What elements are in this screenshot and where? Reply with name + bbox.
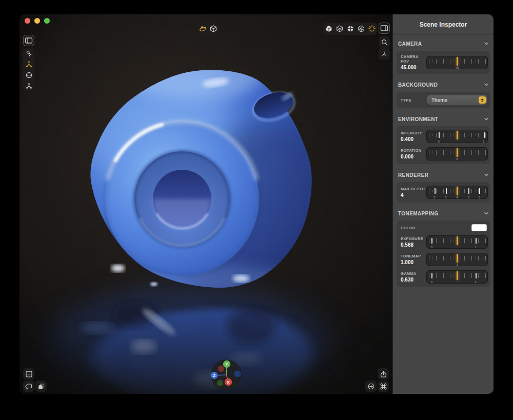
material-mode-button[interactable]: [356, 23, 366, 35]
render-sparkle-icon: [368, 25, 376, 33]
axis-nodes-icon: [25, 82, 33, 90]
chevron-down-icon: [484, 211, 489, 216]
rotation-slider[interactable]: 0: [426, 147, 488, 161]
zoom-tool-button[interactable]: [379, 36, 390, 48]
exposure-slider[interactable]: 01: [426, 235, 488, 249]
cube-wireframe-icon: [336, 25, 344, 33]
gizmo-x-axis[interactable]: X: [225, 378, 232, 386]
inspector-titlebar: Scene Inspector: [393, 14, 494, 35]
section-renderer[interactable]: RENDERER: [398, 171, 489, 179]
section-camera[interactable]: CAMERA: [398, 39, 489, 48]
orbit-icon: [199, 25, 207, 33]
comment-button[interactable]: [23, 381, 34, 392]
cube-icon: [209, 25, 218, 33]
orientation-gizmo[interactable]: Y Z X: [210, 359, 242, 391]
section-background[interactable]: BACKGROUND: [398, 81, 489, 89]
globe-tool-button[interactable]: [23, 70, 34, 81]
toggle-left-sidebar-button[interactable]: [23, 35, 34, 46]
axis-widget-button[interactable]: [379, 48, 390, 59]
share-button[interactable]: [378, 368, 389, 379]
grid-toggle-button[interactable]: [23, 368, 34, 379]
svg-text:Y: Y: [225, 362, 228, 367]
plus-circle-icon: [367, 383, 375, 390]
background-type-select[interactable]: Theme: [427, 95, 487, 105]
select-pointer-icon: [25, 50, 33, 57]
scene-inspector-panel: Scene Inspector CAMERA CAMERA FOV 45.000…: [392, 14, 494, 394]
chevron-down-icon: [484, 172, 489, 177]
gizmo-z-axis[interactable]: Z: [211, 372, 218, 379]
camera-fov-slider[interactable]: 45: [426, 56, 488, 69]
renderer-card: MAX DEPTH 4 23564: [397, 182, 490, 203]
move-tool-button[interactable]: [23, 59, 34, 70]
share-icon: [380, 370, 387, 378]
sidebar-left-icon: [25, 36, 33, 45]
camera-mode-group: [197, 23, 219, 35]
app-window: Y Z X: [19, 14, 494, 394]
color-swatch[interactable]: [471, 224, 487, 231]
camera-card: CAMERA FOV 45.000 45: [397, 51, 490, 74]
environment-card: INTENSITY 0.400 01 ROTATION 0.000 0: [397, 126, 490, 164]
viewport-3d[interactable]: Y Z X: [19, 14, 392, 394]
page-title: Scene Inspector: [420, 21, 467, 28]
select-tool-button[interactable]: [23, 48, 34, 59]
command-icon: [380, 383, 387, 390]
shortcuts-button[interactable]: [378, 381, 389, 392]
toggle-right-sidebar-button[interactable]: [379, 23, 390, 34]
intensity-slider[interactable]: 01: [426, 130, 488, 143]
grid-icon: [25, 370, 33, 378]
chevron-down-icon: [484, 116, 489, 122]
cube-split-icon: [346, 25, 354, 33]
axis-tripod-icon: [381, 50, 388, 57]
chat-bubble-icon: [25, 383, 33, 390]
sidebar-right-icon: [380, 24, 388, 32]
move-axis-icon: [25, 61, 33, 68]
viewport-3d-object[interactable]: [19, 14, 392, 394]
duplicate-button[interactable]: [35, 381, 47, 392]
render-mode-button[interactable]: [366, 23, 377, 35]
object-mode-button[interactable]: [208, 23, 219, 35]
add-button[interactable]: [365, 381, 377, 392]
popup-stepper-icon: [479, 96, 486, 104]
gamma-slider[interactable]: 01: [426, 270, 488, 284]
copy-layers-icon: [37, 383, 45, 390]
minimize-button[interactable]: [34, 18, 40, 24]
sphere-wheel-icon: [357, 25, 365, 33]
chevron-down-icon: [484, 82, 489, 87]
shaded-mode-button[interactable]: [323, 23, 334, 35]
magnifier-icon: [381, 38, 388, 46]
globe-icon: [25, 71, 33, 79]
orbit-mode-button[interactable]: [197, 23, 208, 35]
wireframe-mode-button[interactable]: [334, 23, 345, 35]
section-tonemapping[interactable]: TONEMAPPING: [398, 209, 489, 217]
zoom-button[interactable]: [44, 18, 50, 24]
cube-solid-icon: [325, 25, 333, 33]
gizmo-y-axis[interactable]: Y: [223, 361, 230, 368]
shading-mode-group: [323, 23, 377, 35]
svg-text:X: X: [227, 380, 230, 385]
tonemapping-card: COLOR EXPOSURE 0.568 01 TONEMAP 1.000: [397, 221, 490, 287]
svg-text:Z: Z: [213, 373, 215, 378]
tonemap-slider[interactable]: 1: [426, 253, 488, 266]
window-controls: [25, 18, 50, 24]
max-depth-slider[interactable]: 23564: [426, 186, 488, 199]
normals-mode-button[interactable]: [345, 23, 356, 35]
tool-group-left: [23, 48, 34, 91]
section-environment[interactable]: ENVIRONMENT: [398, 115, 489, 123]
background-card: TYPE Theme: [397, 92, 490, 108]
chevron-down-icon: [484, 41, 489, 46]
node-tool-button[interactable]: [23, 81, 34, 91]
close-button[interactable]: [25, 18, 30, 24]
